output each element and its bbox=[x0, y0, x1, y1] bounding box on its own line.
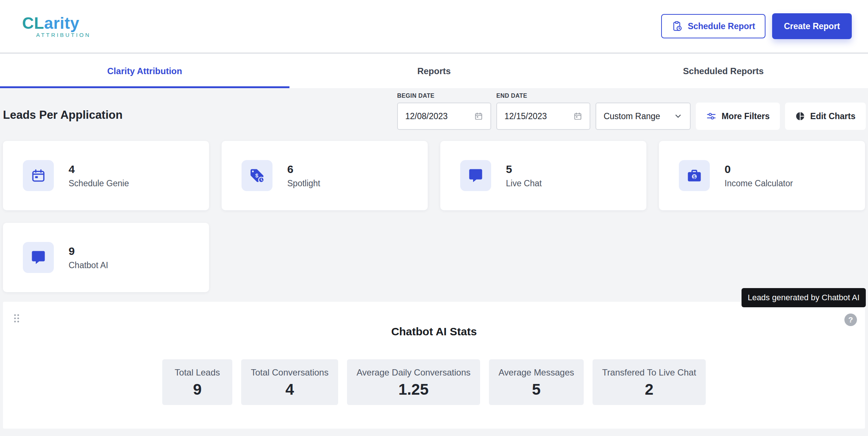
stat-average-daily-conversations: Average Daily Conversations 1.25 bbox=[347, 359, 480, 405]
chat-bubble-icon bbox=[23, 242, 54, 273]
lead-card-text: 4 Schedule Genie bbox=[69, 163, 129, 188]
lead-count: 6 bbox=[287, 163, 320, 176]
svg-text:$: $ bbox=[693, 174, 696, 180]
filters-row: Leads Per Application BEGIN DATE 12/08/2… bbox=[2, 93, 866, 130]
more-filters-label: More Filters bbox=[722, 111, 770, 121]
clarity-logo: CLarity ATTRIBUTION bbox=[22, 15, 91, 38]
tab-scheduled-reports[interactable]: Scheduled Reports bbox=[579, 54, 868, 88]
lead-card-spotlight: $ 6 Spotlight bbox=[222, 141, 428, 210]
lead-card-live-chat: 5 Live Chat bbox=[440, 141, 646, 210]
chatbot-ai-tooltip: Leads generated by Chatbot AI bbox=[742, 288, 866, 307]
create-report-label: Create Report bbox=[784, 21, 840, 31]
lead-card-chatbot-ai: 9 Chatbot AI bbox=[3, 223, 209, 292]
lead-card-text: 6 Spotlight bbox=[287, 163, 320, 188]
stat-label: Total Leads bbox=[172, 367, 223, 378]
edit-charts-label: Edit Charts bbox=[810, 111, 855, 121]
begin-date-value: 12/08/2023 bbox=[405, 111, 448, 121]
stat-value: 9 bbox=[172, 381, 223, 398]
chatbot-ai-stats-panel: ? Chatbot AI Stats Total Leads 9 Total C… bbox=[3, 302, 865, 429]
logo-part-cl: CL bbox=[22, 14, 44, 32]
stat-value: 4 bbox=[251, 381, 329, 398]
lead-label: Income Calculator bbox=[725, 179, 793, 188]
end-date-input[interactable]: 12/15/2023 bbox=[496, 103, 590, 130]
date-range-value: Custom Range bbox=[604, 111, 660, 121]
more-filters-button[interactable]: More Filters bbox=[696, 103, 780, 130]
schedule-report-label: Schedule Report bbox=[688, 21, 755, 31]
stat-label: Transfered To Live Chat bbox=[602, 367, 696, 378]
calendar-icon bbox=[474, 112, 483, 121]
lead-card-text: 9 Chatbot AI bbox=[69, 245, 108, 270]
lead-card-schedule-genie: 4 Schedule Genie bbox=[3, 141, 209, 210]
tab-reports[interactable]: Reports bbox=[289, 54, 579, 88]
stat-label: Total Conversations bbox=[251, 367, 329, 378]
lead-card-text: 5 Live Chat bbox=[506, 163, 542, 188]
pie-chart-icon bbox=[795, 111, 805, 121]
filters-group: BEGIN DATE 12/08/2023 END DATE bbox=[397, 93, 866, 130]
begin-date-label: BEGIN DATE bbox=[397, 93, 491, 99]
create-report-button[interactable]: Create Report bbox=[772, 13, 852, 39]
drag-handle-icon[interactable] bbox=[13, 314, 21, 323]
dashboard-content: Leads Per Application BEGIN DATE 12/08/2… bbox=[0, 88, 868, 429]
chevron-down-icon bbox=[674, 112, 683, 121]
tab-label: Reports bbox=[417, 66, 451, 76]
tab-label: Scheduled Reports bbox=[683, 66, 764, 76]
chat-bubble-icon bbox=[460, 160, 491, 191]
lead-card-income-calculator: $ 0 Income Calculator bbox=[659, 141, 865, 210]
briefcase-dollar-icon: $ bbox=[679, 160, 710, 191]
lead-label: Chatbot AI bbox=[69, 260, 108, 270]
end-date-label: END DATE bbox=[496, 93, 590, 99]
lead-label: Live Chat bbox=[506, 179, 542, 188]
logo-wordmark: CLarity bbox=[22, 15, 91, 31]
schedule-report-button[interactable]: Schedule Report bbox=[661, 14, 765, 38]
lead-count: 9 bbox=[69, 245, 108, 257]
lead-count: 0 bbox=[725, 163, 793, 176]
lead-count: 5 bbox=[506, 163, 542, 176]
begin-date-input[interactable]: 12/08/2023 bbox=[397, 103, 491, 130]
lead-count: 4 bbox=[69, 163, 129, 176]
logo-part-arity: arity bbox=[44, 14, 79, 32]
stat-total-conversations: Total Conversations 4 bbox=[241, 359, 338, 405]
tab-clarity-attribution[interactable]: Clarity Attribution bbox=[0, 54, 289, 88]
header-actions: Schedule Report Create Report bbox=[661, 13, 852, 39]
clipboard-clock-icon bbox=[671, 21, 683, 32]
price-tag-clock-icon: $ bbox=[242, 160, 272, 191]
calendar-icon bbox=[573, 112, 582, 121]
svg-text:$: $ bbox=[255, 173, 258, 179]
date-range-select[interactable]: Custom Range bbox=[596, 103, 691, 130]
sliders-icon bbox=[706, 111, 716, 121]
stats-panel-title: Chatbot AI Stats bbox=[3, 302, 865, 338]
stat-label: Average Daily Conversations bbox=[357, 367, 471, 378]
logo-subtitle: ATTRIBUTION bbox=[36, 32, 91, 38]
stat-total-leads: Total Leads 9 bbox=[162, 359, 232, 405]
calendar-icon bbox=[23, 160, 54, 191]
begin-date-field: BEGIN DATE 12/08/2023 bbox=[397, 93, 491, 130]
stats-row: Total Leads 9 Total Conversations 4 Aver… bbox=[3, 359, 865, 405]
stat-value: 5 bbox=[499, 381, 574, 398]
top-header: CLarity ATTRIBUTION Schedule Report Crea… bbox=[0, 0, 868, 54]
page-title: Leads Per Application bbox=[3, 108, 122, 122]
stat-label: Average Messages bbox=[499, 367, 574, 378]
stat-value: 1.25 bbox=[357, 381, 471, 398]
stat-value: 2 bbox=[602, 381, 696, 398]
edit-charts-button[interactable]: Edit Charts bbox=[785, 103, 866, 130]
end-date-field: END DATE 12/15/2023 bbox=[496, 93, 590, 130]
help-icon[interactable]: ? bbox=[844, 314, 857, 326]
main-tab-bar: Clarity Attribution Reports Scheduled Re… bbox=[0, 54, 868, 88]
lead-cards-grid: 4 Schedule Genie $ 6 Spotlight bbox=[3, 141, 865, 292]
lead-card-text: 0 Income Calculator bbox=[725, 163, 793, 188]
stat-average-messages: Average Messages 5 bbox=[489, 359, 584, 405]
end-date-value: 12/15/2023 bbox=[504, 111, 547, 121]
tab-label: Clarity Attribution bbox=[107, 66, 182, 76]
lead-label: Spotlight bbox=[287, 179, 320, 188]
stat-transfered-to-live-chat: Transfered To Live Chat 2 bbox=[593, 359, 706, 405]
lead-label: Schedule Genie bbox=[69, 179, 129, 188]
